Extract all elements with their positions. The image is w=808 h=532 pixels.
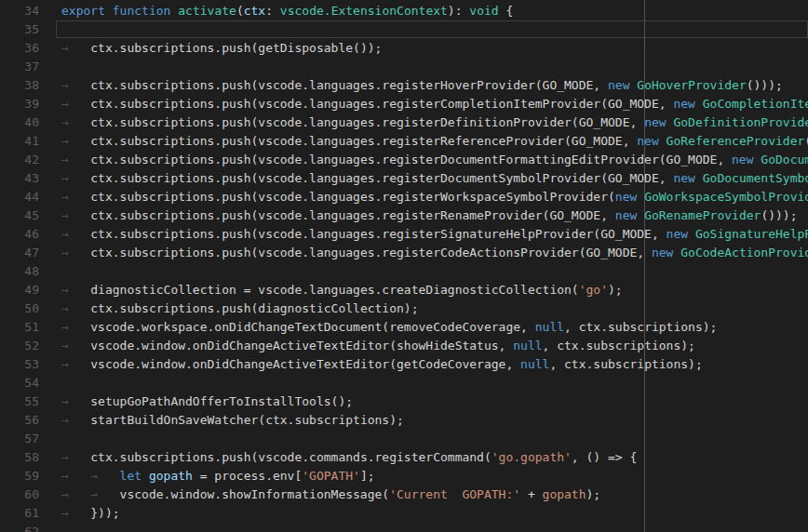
code-line-50[interactable]: 50→ctx.subscriptions.push(diagnosticColl… [0,299,808,318]
line-number[interactable]: 45 [0,206,39,225]
code-line-44[interactable]: 44→ctx.subscriptions.push(vscode.languag… [0,188,808,206]
code-text[interactable]: →vscode.window.onDidChangeActiveTextEdit… [39,337,695,355]
code-text[interactable]: →startBuildOnSaveWatcher(ctx.subscriptio… [39,411,404,430]
line-number[interactable]: 57 [0,430,39,448]
line-number[interactable]: 42 [0,151,39,169]
tab-whitespace-icon: → [61,188,90,206]
line-number[interactable]: 62 [0,523,39,532]
code-text[interactable]: →})); [39,504,120,523]
code-line-54[interactable]: 54 [0,374,808,392]
code-text[interactable]: →ctx.subscriptions.push(vscode.languages… [39,151,808,169]
tab-whitespace-icon: → [61,244,90,262]
code-text[interactable]: →setupGoPathAndOfferToInstallTools(); [39,392,353,411]
code-line-52[interactable]: 52→vscode.window.onDidChangeActiveTextEd… [0,337,808,355]
line-number[interactable]: 37 [0,58,39,76]
line-number[interactable]: 40 [0,113,39,132]
code-line-60[interactable]: 60→→vscode.window.showInformationMessage… [0,485,808,504]
line-number[interactable]: 53 [0,355,39,374]
code-line-41[interactable]: 41→ctx.subscriptions.push(vscode.languag… [0,132,808,151]
line-number[interactable]: 51 [0,318,39,337]
code-line-45[interactable]: 45→ctx.subscriptions.push(vscode.languag… [0,206,808,225]
code-text[interactable]: →ctx.subscriptions.push(vscode.languages… [39,244,808,262]
code-text[interactable]: →ctx.subscriptions.push(vscode.languages… [39,225,808,244]
code-token: GoReferenceProvider [667,134,805,148]
code-text[interactable]: →ctx.subscriptions.push(vscode.languages… [39,132,808,151]
code-text[interactable]: →vscode.window.onDidChangeActiveTextEdit… [39,355,703,374]
code-line-35[interactable]: 35 [0,20,808,39]
code-text[interactable]: →ctx.subscriptions.push(vscode.languages… [39,113,808,132]
code-line-43[interactable]: 43→ctx.subscriptions.push(vscode.languag… [0,169,808,188]
code-token: , () => { [572,450,637,464]
code-text[interactable]: →ctx.subscriptions.push(getDisposable())… [39,39,382,58]
code-token: ctx.subscriptions.push(vscode.languages.… [90,78,608,92]
line-number[interactable]: 47 [0,244,39,262]
code-line-55[interactable]: 55→setupGoPathAndOfferToInstallTools(); [0,392,808,411]
code-token: new [667,227,695,241]
code-line-53[interactable]: 53→vscode.window.onDidChangeActiveTextEd… [0,355,808,374]
line-number[interactable]: 60 [0,485,39,504]
code-line-47[interactable]: 47→ctx.subscriptions.push(vscode.languag… [0,244,808,262]
code-line-62[interactable]: 62 [0,523,808,532]
code-text[interactable]: →→let gopath = process.env['GOPATH']; [39,467,375,485]
line-number[interactable]: 52 [0,337,39,355]
code-line-34[interactable]: 34export function activate(ctx: vscode.E… [0,2,808,20]
code-line-48[interactable]: 48 [0,262,808,281]
line-number[interactable]: 36 [0,39,39,58]
line-number[interactable]: 55 [0,392,39,411]
code-text[interactable]: →ctx.subscriptions.push(vscode.languages… [39,169,808,188]
code-line-56[interactable]: 56→startBuildOnSaveWatcher(ctx.subscript… [0,411,808,430]
line-number[interactable]: 56 [0,411,39,430]
line-number[interactable]: 35 [0,20,39,39]
code-line-42[interactable]: 42→ctx.subscriptions.push(vscode.languag… [0,151,808,169]
code-line-58[interactable]: 58→ctx.subscriptions.push(vscode.command… [0,448,808,467]
tab-whitespace-icon: → [61,355,90,374]
code-line-57[interactable]: 57 [0,430,808,448]
code-token: vscode.workspace.onDidChangeTextDocument… [90,320,534,334]
code-text[interactable]: →vscode.workspace.onDidChangeTextDocumen… [39,318,717,337]
tab-whitespace-icon: → [90,485,119,504]
code-token: GoSignatureHelpProvider [695,227,808,241]
line-number[interactable]: 49 [0,281,39,299]
code-text[interactable]: →diagnosticCollection = vscode.languages… [39,281,623,299]
tab-whitespace-icon: → [61,337,90,355]
code-line-46[interactable]: 46→ctx.subscriptions.push(vscode.languag… [0,225,808,244]
line-number[interactable]: 48 [0,262,39,281]
code-line-59[interactable]: 59→→let gopath = process.env['GOPATH']; [0,467,808,485]
code-line-36[interactable]: 36→ctx.subscriptions.push(getDisposable(… [0,39,808,58]
line-number[interactable]: 58 [0,448,39,467]
code-text[interactable]: →ctx.subscriptions.push(diagnosticCollec… [39,299,419,318]
line-number[interactable]: 41 [0,132,39,151]
line-number[interactable]: 46 [0,225,39,244]
tab-whitespace-icon: → [61,485,90,504]
tab-whitespace-icon: → [61,411,90,430]
code-line-38[interactable]: 38→ctx.subscriptions.push(vscode.languag… [0,76,808,95]
line-number[interactable]: 34 [0,2,39,20]
code-token: null [520,357,549,371]
code-line-51[interactable]: 51→vscode.workspace.onDidChangeTextDocum… [0,318,808,337]
code-text[interactable]: →ctx.subscriptions.push(vscode.commands.… [39,448,637,467]
line-number[interactable]: 39 [0,95,39,113]
code-token: ctx.subscriptions.push(vscode.languages.… [90,208,615,222]
line-number[interactable]: 38 [0,76,39,95]
code-line-40[interactable]: 40→ctx.subscriptions.push(vscode.languag… [0,113,808,132]
code-line-61[interactable]: 61→})); [0,504,808,523]
code-token: void [469,4,498,18]
line-number[interactable]: 50 [0,299,39,318]
code-token: ctx.subscriptions.push(vscode.languages.… [90,246,652,259]
code-text[interactable]: →ctx.subscriptions.push(vscode.languages… [39,95,808,113]
code-text[interactable]: →ctx.subscriptions.push(vscode.languages… [39,76,783,95]
line-number[interactable]: 43 [0,169,39,188]
line-number[interactable]: 61 [0,504,39,523]
code-line-49[interactable]: 49→diagnosticCollection = vscode.languag… [0,281,808,299]
line-number[interactable]: 59 [0,467,39,485]
line-number[interactable]: 44 [0,188,39,206]
code-text[interactable]: →ctx.subscriptions.push(vscode.languages… [39,206,798,225]
code-token: ctx.subscriptions.push(vscode.languages.… [90,97,673,111]
code-line-39[interactable]: 39→ctx.subscriptions.push(vscode.languag… [0,95,808,113]
code-text[interactable]: →→vscode.window.showInformationMessage('… [39,485,600,504]
code-text[interactable]: export function activate(ctx: vscode.Ext… [39,2,513,20]
code-text[interactable]: →ctx.subscriptions.push(vscode.languages… [39,188,808,206]
line-number[interactable]: 54 [0,374,39,392]
code-token: ctx.subscriptions.push(getDisposable()); [90,41,382,55]
code-line-37[interactable]: 37 [0,58,808,76]
